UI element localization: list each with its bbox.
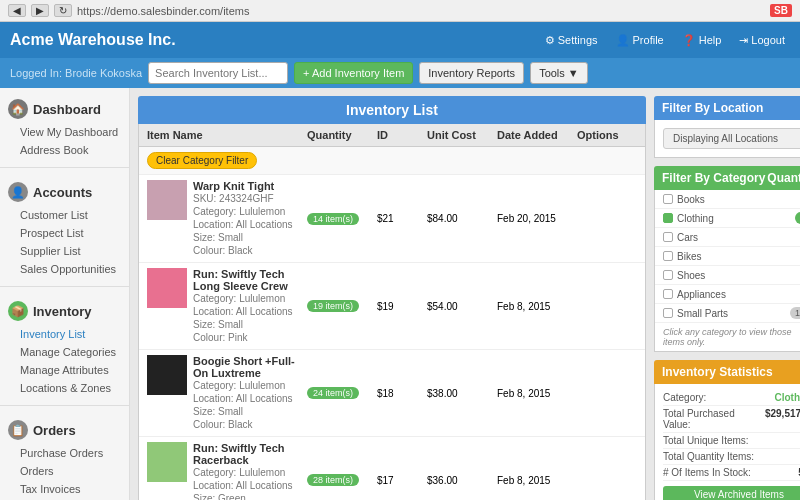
- sidebar-item-view-dashboard[interactable]: View My Dashboard: [0, 123, 129, 141]
- sidebar-item-purchase-orders[interactable]: Purchase Orders: [0, 444, 129, 462]
- category-note: Click any category to view those items o…: [655, 323, 800, 351]
- sidebar-header-dashboard: 🏠 Dashboard: [0, 93, 129, 123]
- sidebar-item-tax-invoices[interactable]: Tax Invoices: [0, 480, 129, 498]
- sidebar-section-accounts: 👤 Accounts Customer List Prospect List S…: [0, 171, 129, 283]
- filter-bar: Clear Category Filter: [139, 147, 645, 175]
- help-nav[interactable]: ❓ Help: [677, 32, 727, 49]
- item-info-0: Warp Knit Tight SKU: 243324GHF Category:…: [147, 180, 307, 257]
- item-cost-3: $36.00: [427, 475, 497, 486]
- table-header: Item Name Quantity ID Unit Cost Date Add…: [139, 124, 645, 147]
- col-options: Options: [577, 129, 637, 141]
- category-checkbox-0[interactable]: [663, 194, 673, 204]
- category-checkbox-4[interactable]: [663, 270, 673, 280]
- item-image-2: [147, 355, 187, 395]
- col-unit-cost: Unit Cost: [427, 129, 497, 141]
- add-inventory-button[interactable]: + Add Inventory Item: [294, 62, 413, 84]
- sidebar-item-locations-zones[interactable]: Locations & Zones: [0, 379, 129, 397]
- tools-button[interactable]: Tools ▼: [530, 62, 588, 84]
- sidebar-item-manage-attributes[interactable]: Manage Attributes: [0, 361, 129, 379]
- item-info-2: Boogie Short +Full-On Luxtreme Category:…: [147, 355, 307, 431]
- qty-badge-0: 14 item(s): [307, 213, 359, 225]
- inventory-reports-button[interactable]: Inventory Reports: [419, 62, 524, 84]
- panel-title: Inventory List: [138, 96, 646, 124]
- location-select[interactable]: Displaying All Locations: [663, 128, 800, 149]
- forward-btn[interactable]: ▶: [31, 4, 49, 17]
- sidebar-item-sales-opportunities[interactable]: Sales Opportunities: [0, 260, 129, 278]
- stats-title: Inventory Statistics: [654, 360, 800, 384]
- category-item-bikes[interactable]: Bikes 7: [655, 247, 800, 266]
- category-count-6: 104: [790, 307, 800, 319]
- category-checkbox-1[interactable]: [663, 213, 673, 223]
- sidebar-item-customer-list[interactable]: Customer List: [0, 206, 129, 224]
- stat-row-0: Total Purchased Value: $29,517.00: [663, 406, 800, 433]
- category-count-1: 20: [795, 212, 800, 224]
- item-id-2: $18: [377, 388, 427, 399]
- view-archived-button[interactable]: View Archived Items: [663, 486, 800, 500]
- category-checkbox-3[interactable]: [663, 251, 673, 261]
- table-row: Boogie Short +Full-On Luxtreme Category:…: [139, 350, 645, 437]
- sidebar-section-dashboard: 🏠 Dashboard View My Dashboard Address Bo…: [0, 88, 129, 164]
- settings-nav[interactable]: ⚙ Settings: [540, 32, 603, 49]
- stat-row-3: # Of Items In Stock: 555: [663, 465, 800, 481]
- filter-location-panel: Filter By Location Displaying All Locati…: [654, 96, 800, 158]
- col-date-added: Date Added: [497, 129, 577, 141]
- back-btn[interactable]: ◀: [8, 4, 26, 17]
- item-rows-container: Warp Knit Tight SKU: 243324GHF Category:…: [139, 175, 645, 500]
- item-cost-2: $38.00: [427, 388, 497, 399]
- category-item-cars[interactable]: Cars 3: [655, 228, 800, 247]
- user-icon: 👤: [616, 34, 630, 47]
- qty-badge-1: 19 item(s): [307, 300, 359, 312]
- content-area: Inventory List Item Name Quantity ID Uni…: [130, 88, 800, 500]
- refresh-btn[interactable]: ↻: [54, 4, 72, 17]
- sidebar-header-inventory: 📦 Inventory: [0, 295, 129, 325]
- sidebar-header-orders: 📋 Orders: [0, 414, 129, 444]
- filter-category-title: Filter By Category Quantity: [654, 166, 800, 190]
- sidebar-section-orders: 📋 Orders Purchase Orders Orders Tax Invo…: [0, 409, 129, 500]
- item-cost-1: $54.00: [427, 301, 497, 312]
- item-image-1: [147, 268, 187, 308]
- sidebar-label-orders: Orders: [33, 423, 76, 438]
- logged-in-label: Logged In: Brodie Kokoska: [10, 67, 142, 79]
- help-icon: ❓: [682, 34, 696, 47]
- filter-location-title: Filter By Location: [654, 96, 800, 120]
- top-bar: Acme Warehouse Inc. ⚙ Settings 👤 Profile…: [0, 22, 800, 58]
- item-id-1: $19: [377, 301, 427, 312]
- logout-nav[interactable]: ⇥ Logout: [734, 32, 790, 49]
- sidebar-item-inventory-list[interactable]: Inventory List: [0, 325, 129, 343]
- stat-category-row: Category: Clothing: [663, 390, 800, 406]
- sidebar-item-supplier-list[interactable]: Supplier List: [0, 242, 129, 260]
- category-checkbox-6[interactable]: [663, 308, 673, 318]
- orders-icon: 📋: [8, 420, 28, 440]
- clear-filter-button[interactable]: Clear Category Filter: [147, 152, 257, 169]
- category-item-books[interactable]: Books 0: [655, 190, 800, 209]
- filter-category-panel: Filter By Category Quantity Books 0 Clot…: [654, 166, 800, 352]
- item-cost-0: $84.00: [427, 213, 497, 224]
- category-item-appliances[interactable]: Appliances 0: [655, 285, 800, 304]
- category-checkbox-2[interactable]: [663, 232, 673, 242]
- category-item-small parts[interactable]: Small Parts 104: [655, 304, 800, 323]
- inventory-icon: 📦: [8, 301, 28, 321]
- profile-nav[interactable]: 👤 Profile: [611, 32, 669, 49]
- sidebar-item-orders[interactable]: Orders: [0, 462, 129, 480]
- filter-location-body: Displaying All Locations: [654, 120, 800, 158]
- category-item-clothing[interactable]: Clothing 20: [655, 209, 800, 228]
- filter-category-body: Books 0 Clothing 20 Cars 3 Bikes 7 Shoes…: [654, 190, 800, 352]
- sidebar-item-address-book[interactable]: Address Book: [0, 141, 129, 159]
- inventory-panel: Inventory List Item Name Quantity ID Uni…: [138, 96, 646, 492]
- item-details-3: Run: Swiftly Tech Racerback Category: Lu…: [193, 442, 307, 500]
- item-date-1: Feb 8, 2015: [497, 301, 577, 312]
- sidebar-item-manage-categories[interactable]: Manage Categories: [0, 343, 129, 361]
- item-details-0: Warp Knit Tight SKU: 243324GHF Category:…: [193, 180, 293, 257]
- item-id-3: $17: [377, 475, 427, 486]
- accounts-icon: 👤: [8, 182, 28, 202]
- col-id: ID: [377, 129, 427, 141]
- sidebar-label-dashboard: Dashboard: [33, 102, 101, 117]
- item-info-1: Run: Swiftly Tech Long Sleeve Crew Categ…: [147, 268, 307, 344]
- sidebar-item-prospect-list[interactable]: Prospect List: [0, 224, 129, 242]
- favicon: SB: [770, 4, 792, 17]
- category-checkbox-5[interactable]: [663, 289, 673, 299]
- table-row: Warp Knit Tight SKU: 243324GHF Category:…: [139, 175, 645, 263]
- search-input[interactable]: [148, 62, 288, 84]
- category-item-shoes[interactable]: Shoes 0: [655, 266, 800, 285]
- stat-row-1: Total Unique Items: 0: [663, 433, 800, 449]
